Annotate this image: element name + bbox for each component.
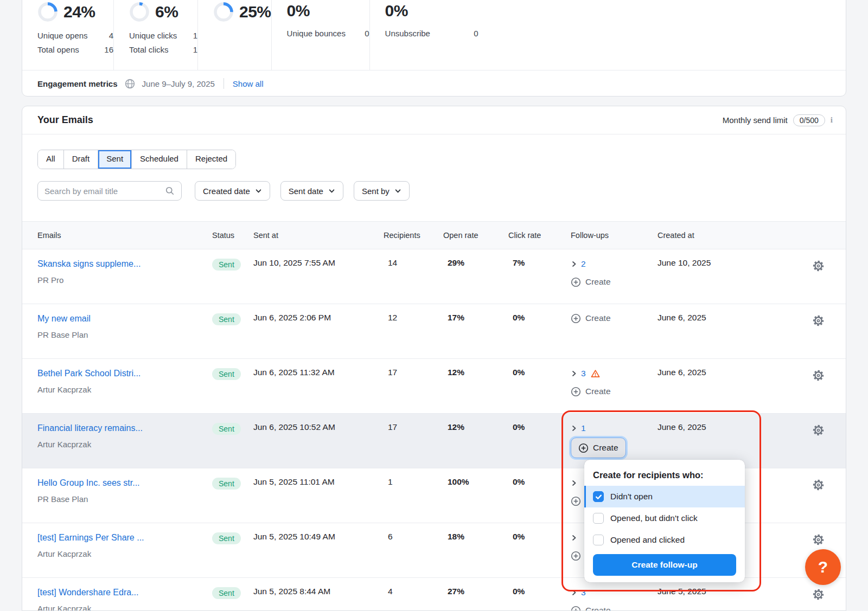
- donut-chart: [37, 2, 58, 22]
- stat-metric: Total opens16: [37, 43, 113, 57]
- email-title-link[interactable]: My new email: [37, 313, 91, 325]
- column-header: Open rate: [443, 231, 508, 240]
- chevron-right-icon[interactable]: [571, 480, 577, 486]
- gear-icon[interactable]: [812, 369, 825, 413]
- recipients-value: 1: [384, 468, 443, 523]
- search-icon: [165, 186, 175, 196]
- stats-row: 24% Unique opens4Total opens16 6% Unique…: [22, 0, 846, 70]
- plus-circle-icon: [571, 313, 581, 324]
- chevron-right-icon[interactable]: [571, 370, 577, 377]
- click-rate-value: 0%: [508, 304, 571, 358]
- open-rate-value: 12%: [443, 414, 508, 468]
- followups-count-link[interactable]: 3: [581, 588, 586, 597]
- plus-circle-icon: [571, 387, 581, 397]
- popup-option[interactable]: Didn't open: [584, 486, 745, 507]
- stat-block: 6% Unique clicks1Total clicks1: [114, 0, 198, 70]
- chevron-down-icon: [255, 188, 262, 195]
- donut-chart: [129, 2, 150, 22]
- recipients-value: 17: [384, 414, 443, 468]
- stat-block: 0% Unsubscribe0: [370, 0, 478, 70]
- email-subtitle: PR Base Plan: [37, 330, 212, 340]
- followups-count-link[interactable]: 3: [581, 369, 586, 378]
- created-date-dropdown[interactable]: Created date: [195, 181, 270, 201]
- column-header: Emails: [22, 231, 212, 240]
- sent-by-dropdown[interactable]: Sent by: [354, 181, 410, 201]
- click-rate-value: 0%: [508, 414, 571, 468]
- click-rate-value: 0%: [508, 578, 571, 611]
- stat-percent: 25%: [239, 3, 271, 21]
- help-button[interactable]: ?: [805, 549, 841, 585]
- column-header: Status: [212, 231, 253, 240]
- gear-icon[interactable]: [812, 479, 825, 523]
- stat-percent: 6%: [155, 3, 178, 21]
- create-followup-popup: Create for recipients who: Didn't openOp…: [584, 460, 745, 582]
- popup-title: Create for recipients who:: [584, 468, 745, 481]
- chevron-right-icon[interactable]: [571, 261, 577, 267]
- created-at-value: June 5, 2025: [658, 578, 805, 611]
- popup-option-label: Opened and clicked: [610, 535, 685, 545]
- open-rate-value: 27%: [443, 578, 508, 611]
- email-subtitle: PR Base Plan: [37, 494, 212, 505]
- create-followup-button[interactable]: Create: [571, 276, 611, 287]
- email-title-link[interactable]: [test] Earnings Per Share ...: [37, 532, 144, 544]
- email-title-link[interactable]: Skanska signs suppleme...: [37, 258, 141, 270]
- create-followup-button[interactable]: Create: [571, 313, 611, 324]
- engagement-metrics-label: Engagement metrics: [37, 79, 118, 88]
- warning-icon: [591, 369, 600, 378]
- page-title: Your Emails: [37, 114, 93, 126]
- created-at-value: June 10, 2025: [658, 249, 805, 304]
- checkbox[interactable]: [593, 535, 604, 545]
- gear-icon[interactable]: [812, 260, 825, 304]
- divider: [224, 78, 224, 89]
- create-followup-button[interactable]: Create: [571, 386, 611, 397]
- search-input[interactable]: [44, 186, 165, 196]
- chevron-right-icon[interactable]: [571, 425, 577, 432]
- open-rate-value: 18%: [443, 523, 508, 577]
- send-limit-badge: 0/500: [793, 114, 825, 126]
- status-badge: Sent: [212, 423, 241, 435]
- info-icon[interactable]: i: [831, 115, 833, 125]
- engagement-stats-card: 24% Unique opens4Total opens16 6% Unique…: [22, 0, 846, 97]
- email-title-link[interactable]: Bethel Park School Distri...: [37, 368, 141, 380]
- checkbox[interactable]: [593, 513, 604, 524]
- chevron-right-icon[interactable]: [571, 589, 577, 596]
- gear-icon[interactable]: [812, 314, 825, 358]
- tab-rejected[interactable]: Rejected: [187, 150, 235, 169]
- popup-option[interactable]: Opened and clicked: [584, 529, 745, 551]
- card-header: Your Emails Monthly send limit 0/500 i: [22, 106, 846, 134]
- tab-draft[interactable]: Draft: [63, 150, 98, 169]
- stat-block: 25%: [198, 0, 272, 70]
- created-at-value: June 6, 2025: [658, 359, 805, 413]
- email-title-link[interactable]: [test] Wondershare Edra...: [37, 587, 138, 599]
- email-title-link[interactable]: Financial literacy remains...: [37, 422, 143, 434]
- stat-block: 24% Unique opens4Total opens16: [22, 0, 114, 70]
- created-at-value: June 6, 2025: [658, 304, 805, 358]
- popup-option[interactable]: Opened, but didn't click: [584, 507, 745, 529]
- sent-date-dropdown[interactable]: Sent date: [280, 181, 343, 201]
- status-badge: Sent: [212, 259, 241, 271]
- show-all-link[interactable]: Show all: [233, 79, 264, 88]
- followups-count-link[interactable]: 1: [581, 423, 586, 433]
- followups-count-link[interactable]: 2: [581, 259, 586, 269]
- column-header: Created at: [658, 231, 805, 240]
- tab-all[interactable]: All: [38, 150, 63, 169]
- filters-bar: Created dateSent dateSent by: [37, 181, 846, 201]
- chevron-right-icon[interactable]: [571, 535, 577, 541]
- search-box[interactable]: [37, 181, 182, 201]
- recipients-value: 6: [384, 523, 443, 577]
- create-followup-button[interactable]: Create: [571, 605, 611, 611]
- plus-circle-icon: [571, 277, 581, 287]
- send-limit-label: Monthly send limit: [723, 115, 788, 125]
- tab-sent[interactable]: Sent: [98, 150, 131, 169]
- create-followup-submit-button[interactable]: Create follow-up: [593, 554, 736, 576]
- chevron-down-icon: [394, 188, 401, 195]
- recipients-value: 17: [384, 359, 443, 413]
- create-followup-button[interactable]: Create: [571, 438, 626, 458]
- checkbox[interactable]: [593, 491, 604, 502]
- gear-icon[interactable]: [812, 424, 825, 468]
- stat-percent: 0%: [385, 2, 408, 20]
- gear-icon[interactable]: [812, 588, 825, 611]
- tab-scheduled[interactable]: Scheduled: [131, 150, 187, 169]
- email-title-link[interactable]: Hello Group Inc. sees str...: [37, 477, 140, 489]
- stat-metric: Unique clicks1: [129, 29, 197, 43]
